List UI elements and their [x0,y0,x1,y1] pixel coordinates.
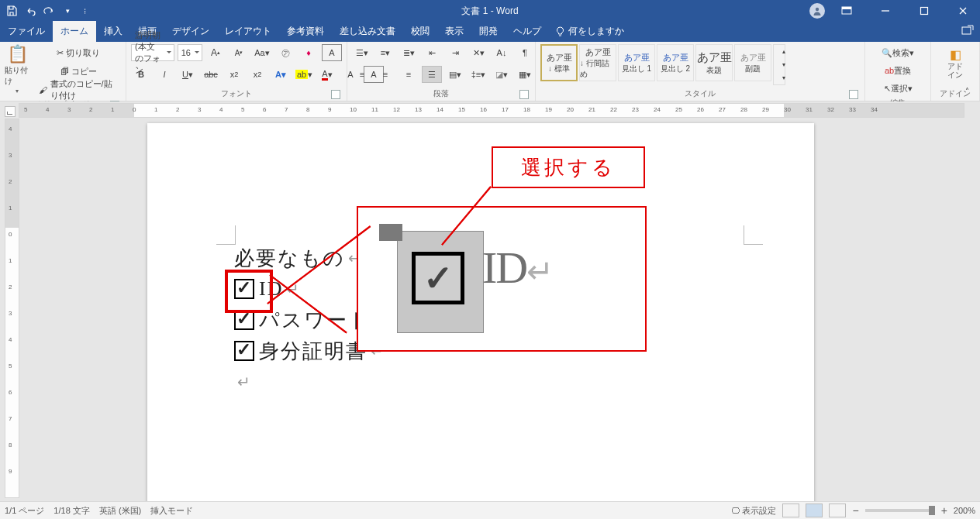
superscript-button[interactable]: x2 [247,66,267,83]
phonetic-guide-button[interactable]: ㋐ [275,44,295,61]
sort-button[interactable]: A↓ [492,44,512,61]
tab-references[interactable]: 参考資料 [279,21,332,42]
subscript-button[interactable]: x2 [224,66,244,83]
vertical-ruler[interactable]: 43210123456789 [5,119,19,498]
paragraph-launcher-icon[interactable] [519,90,529,99]
tab-selector-icon[interactable] [5,106,16,117]
align-left-button[interactable]: ≡ [352,66,372,83]
style-heading1[interactable]: あア亜見出し 1 [618,44,655,81]
copy-button[interactable]: 🗐 コピー [36,63,121,80]
justify-button[interactable]: ☰ [422,66,442,83]
zoom-in-button[interactable]: + [941,504,947,517]
zoom-out-button[interactable]: − [852,504,858,517]
horizontal-ruler[interactable]: 5432101234567891011121314151617181920212… [19,103,964,118]
tab-file[interactable]: ファイル [0,21,53,42]
status-insert-mode[interactable]: 挿入モード [150,505,193,517]
styles-expand-icon[interactable]: ▾ [774,71,794,84]
grow-font-button[interactable]: A▴ [205,44,226,61]
underline-button[interactable]: U▾ [178,66,198,83]
styles-scroll-down-icon[interactable]: ▾ [774,58,794,71]
numbering-button[interactable]: ≡▾ [375,44,395,61]
redo-icon[interactable] [43,5,54,16]
bullets-button[interactable]: ☰▾ [352,44,372,61]
close-icon[interactable] [946,0,980,22]
status-page[interactable]: 1/1 ページ [5,505,44,517]
tab-help[interactable]: ヘルプ [506,21,549,42]
style-subtitle[interactable]: あア亜副題 [734,44,771,81]
styles-launcher-icon[interactable] [849,90,858,99]
tab-mailings[interactable]: 差し込み文書 [332,21,403,42]
margin-corner-tr [744,225,763,245]
brush-icon: 🖌 [39,85,47,95]
distribute-button[interactable]: ▤▾ [445,66,465,83]
qat-overflow-icon[interactable]: ⁝ [79,5,90,16]
highlight-button[interactable]: ab▾ [294,66,314,83]
font-launcher-icon[interactable] [331,90,340,99]
customize-qat-icon[interactable]: ▾ [62,5,73,16]
undo-icon[interactable] [25,5,36,16]
share-icon[interactable] [961,25,974,36]
styles-scroll-up-icon[interactable]: ▴ [774,45,794,58]
text-effects-button[interactable]: A▾ [271,66,291,83]
print-layout-icon[interactable] [806,504,823,517]
tell-me[interactable]: 何をしますか [549,21,630,42]
change-case-button[interactable]: Aa▾ [252,44,272,61]
tab-layout[interactable]: レイアウト [217,21,279,42]
paragraph-empty[interactable]: ↵ [234,366,388,397]
collapse-ribbon-icon[interactable]: ˄ [957,82,977,99]
tab-review[interactable]: 校閲 [403,21,437,42]
tab-home[interactable]: ホーム [53,21,96,42]
line-spacing-button[interactable]: ‡≡▾ [468,66,488,83]
decrease-indent-button[interactable]: ⇤ [422,44,442,61]
align-center-button[interactable]: ≡ [375,66,395,83]
zoom-level[interactable]: 200% [954,506,975,515]
status-language[interactable]: 英語 (米国) [99,505,141,517]
show-marks-button[interactable]: ¶ [515,44,535,61]
asian-layout-button[interactable]: ✕▾ [468,44,488,61]
font-color-button[interactable]: A▾ [317,66,337,83]
clipboard-icon: 📋 [7,44,28,64]
minimize-icon[interactable] [868,0,902,22]
shading-button[interactable]: ◪▾ [492,66,512,83]
maximize-icon[interactable] [907,0,941,22]
cursor-icon: ↖ [884,84,891,94]
align-right-button[interactable]: ≡ [399,66,419,83]
font-name-select[interactable]: 游明朝 (本文のフォン [131,44,174,61]
tab-insert[interactable]: 挿入 [96,21,130,42]
tab-developer[interactable]: 開発 [471,21,506,42]
user-avatar-icon[interactable] [809,3,825,19]
annotation-zoom-text: ID [482,242,526,293]
save-icon[interactable] [6,5,17,16]
ribbon-display-icon[interactable] [830,0,864,22]
web-layout-icon[interactable] [829,504,846,517]
enclose-chars-button[interactable]: A [322,44,342,61]
strikethrough-button[interactable]: abc [201,66,221,83]
style-normal[interactable]: あア亜↓ 標準 [540,44,578,81]
multilevel-list-button[interactable]: ≣▾ [399,44,419,61]
increase-indent-button[interactable]: ⇥ [445,44,465,61]
find-button[interactable]: 🔍検索▾ [870,44,926,61]
style-no-spacing[interactable]: あア亜↓ 行間詰め [579,44,616,81]
pilcrow-icon: ↵ [237,373,252,391]
tab-design[interactable]: デザイン [164,21,217,42]
select-button[interactable]: ↖選択▾ [870,80,926,97]
clear-formatting-button[interactable]: ♦ [298,44,319,61]
read-mode-icon[interactable] [782,504,799,517]
paste-button[interactable]: 📋 貼り付け ▾ [5,44,29,95]
style-title[interactable]: あア亜表題 [695,44,733,81]
tab-view[interactable]: 表示 [437,21,471,42]
zoom-slider[interactable] [865,509,935,512]
status-word-count[interactable]: 1/18 文字 [53,505,89,517]
quick-access-toolbar: ▾ ⁝ [0,5,90,16]
replace-button[interactable]: ab置換 [870,62,926,79]
style-heading2[interactable]: あア亜見出し 2 [657,44,694,81]
addins-button[interactable]: ◧アド イン [936,44,975,81]
cut-button[interactable]: ✂ 切り取り [36,44,121,61]
svg-rect-4 [962,27,971,34]
borders-button[interactable]: ▦▾ [515,66,535,83]
shrink-font-button[interactable]: A▾ [229,44,249,61]
font-size-select[interactable]: 16 [178,44,202,61]
display-settings-button[interactable]: 🖵 表示設定 [731,505,776,517]
format-painter-button[interactable]: 🖌 書式のコピー/貼り付け [36,81,121,98]
annotation-label: 選択する [492,146,645,188]
